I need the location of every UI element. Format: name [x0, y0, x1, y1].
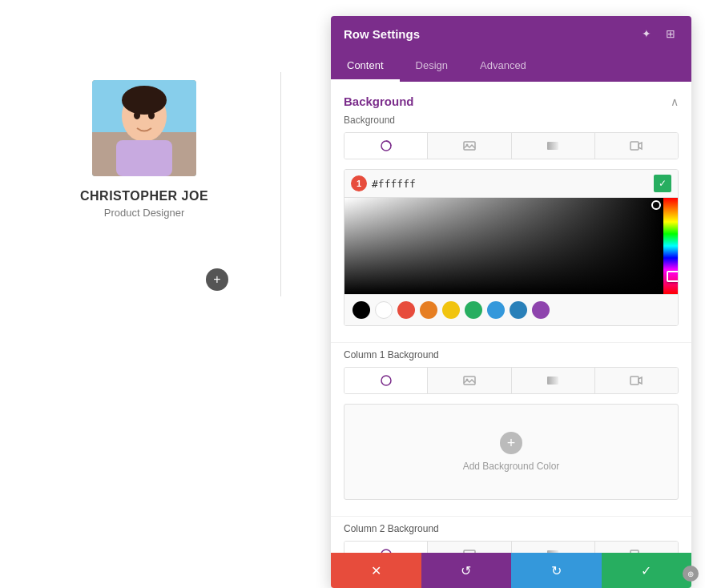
color-input-row: 1 ✓	[344, 170, 678, 198]
profile-photo	[92, 80, 196, 176]
swatch-red[interactable]	[397, 301, 415, 319]
section-collapse-icon[interactable]: ∧	[671, 95, 679, 108]
undo-button[interactable]: ↺	[421, 553, 512, 588]
panel-tabs: Content Design Advanced	[331, 51, 691, 82]
col2-bg-type-image[interactable]	[428, 542, 511, 553]
column1-label: Column 1 Background	[331, 342, 691, 367]
corner-settings-icon[interactable]: ⊕	[683, 566, 699, 582]
swatch-blue[interactable]	[510, 301, 527, 319]
layout-icon[interactable]: ⊞	[663, 26, 679, 42]
cancel-button[interactable]: ✕	[331, 553, 421, 588]
plus-icon: +	[213, 273, 220, 286]
cancel-icon: ✕	[371, 563, 381, 578]
col2-bg-type-video[interactable]	[595, 542, 678, 553]
col1-color-icon	[380, 374, 393, 387]
panel-scroll-area[interactable]: Background ∧ Background	[331, 82, 691, 553]
column2-section: Column 2 Background	[331, 509, 691, 553]
row-settings-panel: Row Settings ✦ ⊞ Content Design Advanced…	[331, 16, 691, 588]
hue-thumb[interactable]	[667, 271, 679, 282]
color-swatches-row	[344, 294, 678, 325]
svg-point-6	[148, 111, 155, 119]
section-divider	[280, 72, 281, 296]
profile-section: CHRISTOPHER JOE Product Designer	[80, 80, 208, 219]
col1-bg-type-selector	[344, 367, 679, 394]
image-icon	[463, 139, 476, 152]
col1-video-icon	[630, 374, 643, 387]
bg-type-image[interactable]	[428, 133, 511, 159]
profile-title: Product Designer	[104, 207, 184, 219]
col1-gradient-icon	[546, 374, 559, 387]
col1-bg-type-color[interactable]	[344, 368, 428, 393]
svg-rect-11	[630, 142, 639, 150]
redo-icon: ↻	[551, 563, 562, 578]
gradient-color-area[interactable]	[344, 198, 663, 294]
color-confirm-button[interactable]: ✓	[654, 175, 671, 192]
bg-type-selector	[344, 132, 679, 159]
col2-bg-type-gradient[interactable]	[512, 542, 595, 553]
col1-image-icon	[463, 374, 476, 387]
col2-bg-type-color[interactable]	[344, 542, 428, 553]
svg-rect-16	[630, 377, 639, 385]
swatch-black[interactable]	[352, 301, 370, 319]
svg-rect-10	[547, 142, 558, 150]
undo-icon: ↺	[461, 563, 471, 578]
add-background-color-area[interactable]: + Add Background Color	[344, 404, 679, 500]
swatch-purple[interactable]	[532, 301, 550, 319]
background-section-header: Background ∧	[331, 82, 691, 115]
color-picker: 1 ✓	[344, 169, 679, 326]
swatch-green[interactable]	[465, 301, 482, 319]
color-hex-input[interactable]	[372, 178, 649, 190]
panel-header: Row Settings ✦ ⊞	[331, 16, 691, 51]
svg-point-5	[134, 111, 140, 119]
col1-bg-type-video[interactable]	[595, 368, 678, 393]
tab-content[interactable]: Content	[331, 51, 400, 82]
tab-advanced[interactable]: Advanced	[464, 51, 542, 82]
swatch-white[interactable]	[375, 301, 393, 319]
color-picker-thumb[interactable]	[651, 200, 661, 210]
swatch-orange[interactable]	[420, 301, 437, 319]
bg-type-color[interactable]	[344, 133, 428, 159]
magic-wand-icon[interactable]: ✦	[639, 26, 655, 42]
panel-header-icons: ✦ ⊞	[639, 26, 679, 42]
bg-type-video[interactable]	[595, 133, 678, 159]
svg-point-12	[381, 376, 391, 385]
background-label: Background	[331, 115, 691, 132]
swatch-blue-light[interactable]	[487, 301, 505, 319]
tab-design[interactable]: Design	[400, 51, 464, 82]
bg-type-gradient[interactable]	[512, 133, 595, 159]
profile-image	[92, 80, 196, 176]
save-icon: ✓	[641, 563, 651, 578]
svg-rect-4	[116, 140, 172, 176]
add-color-plus-icon[interactable]: +	[500, 432, 522, 454]
col1-bg-type-image[interactable]	[428, 368, 511, 393]
background-section-title: Background	[344, 95, 414, 108]
panel-title: Row Settings	[344, 27, 420, 41]
hue-slider[interactable]	[663, 198, 678, 294]
svg-rect-15	[547, 377, 558, 385]
col2-bg-type-selector	[344, 541, 679, 553]
redo-button[interactable]: ↻	[511, 553, 602, 588]
color-icon	[380, 139, 393, 152]
svg-point-3	[122, 86, 167, 115]
column2-label: Column 2 Background	[331, 516, 691, 541]
col1-bg-type-gradient[interactable]	[512, 368, 595, 393]
column1-section: Column 1 Background	[331, 336, 691, 500]
profile-name: CHRISTOPHER JOE	[80, 189, 208, 203]
gradient-black-overlay	[344, 198, 663, 294]
gradient-picker-area[interactable]	[344, 198, 678, 294]
video-icon	[630, 139, 643, 152]
add-section-button[interactable]: +	[206, 268, 228, 291]
add-color-label: Add Background Color	[463, 461, 560, 472]
panel-footer: ✕ ↺ ↻ ✓	[331, 553, 691, 588]
gradient-icon	[546, 139, 559, 152]
swatch-yellow[interactable]	[442, 301, 460, 319]
color-index-badge: 1	[351, 175, 367, 191]
save-button[interactable]: ✓	[602, 553, 692, 588]
